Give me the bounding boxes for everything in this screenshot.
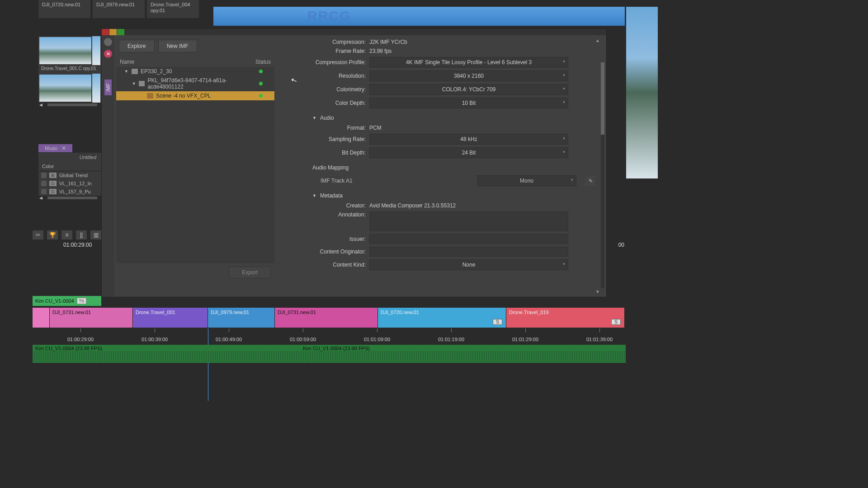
tree-empty-area <box>116 100 274 263</box>
checkbox[interactable] <box>41 173 47 178</box>
collapse-down-icon[interactable]: ▼ <box>595 289 600 294</box>
column-status[interactable]: Status <box>255 59 271 65</box>
status-ok-icon <box>259 70 263 73</box>
timeline-source-clip[interactable]: Kim CU_V1-0004 TS <box>33 296 101 306</box>
value-audioformat: PCM <box>369 125 382 131</box>
label-contentkind: Content Kind: <box>290 262 369 268</box>
label-originator: Content Originator: <box>290 249 369 255</box>
scrollbar-horizontal[interactable]: ◀ <box>38 103 102 107</box>
list-item[interactable]: ⊞Global Trend <box>38 171 102 179</box>
tree-row-folder[interactable]: ▼ EP330_2_30 <box>116 67 274 76</box>
label-bitdepth: Bit Depth: <box>290 150 369 156</box>
select-colorimetry[interactable]: COLOR.4: YCbCr 709 <box>369 84 568 95</box>
disclosure-icon[interactable]: ▼ <box>132 81 136 86</box>
scrollbar-horizontal[interactable]: ◀ <box>38 196 102 200</box>
label-samplingrate: Sampling Rate: <box>290 136 369 142</box>
cancel-icon[interactable]: ✕ <box>104 50 112 58</box>
tool-button[interactable]: ][ <box>76 230 87 239</box>
disclosure-icon[interactable]: ▼ <box>312 193 316 198</box>
untitled-label: Untitled <box>76 154 100 161</box>
timecode-display: 00 <box>618 242 624 248</box>
tool-button[interactable]: ✂ <box>33 230 43 239</box>
select-bitdepth[interactable]: 24 Bit <box>369 147 568 158</box>
clip-label: Drone.Travel_001.C opy.01 <box>38 65 102 72</box>
clip-browser: Drone.Travel_001.C opy.01 ◀ <box>38 36 102 107</box>
bin-item[interactable]: Drone.Travel_004 opy.01 <box>147 0 199 18</box>
viewer-top <box>213 7 625 26</box>
dialog-right-pane: ▲ Compression: J2K IMF YCrCb Frame Rate:… <box>276 35 606 297</box>
select-track-a1[interactable]: Mono <box>477 175 576 186</box>
disclosure-icon[interactable]: ▼ <box>124 69 129 74</box>
window-minimize-button[interactable] <box>109 29 117 35</box>
input-issuer[interactable] <box>369 234 568 244</box>
scroll-left-icon[interactable]: ◀ <box>38 103 43 107</box>
checkbox[interactable] <box>41 181 47 186</box>
window-maximize-button[interactable] <box>117 29 124 35</box>
input-annotation[interactable] <box>369 211 568 231</box>
select-resolution[interactable]: 3840 x 2160 <box>369 70 568 81</box>
disclosure-icon[interactable]: ▼ <box>312 116 316 120</box>
label-profile: Compression Profile: <box>290 59 369 66</box>
timecode-label: 01:00:59:00 <box>290 337 316 342</box>
tab-music[interactable]: Music ✕ <box>38 144 72 152</box>
timeline-clip[interactable]: Drone.Travel_019S <box>506 308 625 328</box>
label-resolution: Resolution: <box>290 73 369 79</box>
tool-button[interactable]: ≡ <box>61 230 72 239</box>
tree-row-cpl[interactable]: Scene -4 no VFX_CPL <box>116 91 274 100</box>
input-originator[interactable] <box>369 247 568 257</box>
label-framerate: Frame Rate: <box>290 48 369 54</box>
timecode-label: 01:01:09:00 <box>364 337 390 342</box>
value-framerate: 23.98 fps <box>369 48 392 54</box>
timeline-audio-clip[interactable]: Kim CU_V1-0004 (23.98 FPS) <box>33 345 299 363</box>
clip-icon: ⊞ <box>49 173 57 178</box>
timeline-audio-clip[interactable]: Kim CU_V1-0004 (23.98 FPS) <box>300 345 472 363</box>
timeline-clip[interactable]: DJI_0979.new.01 <box>208 308 275 328</box>
select-profile[interactable]: 4K IMF Single Tile Lossy Profile - Level… <box>369 57 568 68</box>
label-colorimetry: Colorimetry: <box>290 86 369 93</box>
scrollbar-vertical[interactable] <box>601 62 604 288</box>
dialog-titlebar[interactable] <box>102 29 606 35</box>
collapse-up-icon[interactable]: ▲ <box>595 38 600 43</box>
clip-thumbnail[interactable] <box>39 75 91 102</box>
timeline-clip[interactable]: DJI_0731.new.01 <box>275 308 378 328</box>
target-icon[interactable] <box>104 38 112 46</box>
select-contentkind[interactable]: None <box>369 259 568 270</box>
checkbox[interactable] <box>41 189 47 194</box>
column-name[interactable]: Name <box>120 59 255 65</box>
timeline-ruler[interactable]: 01:00:29:0001:00:39:0001:00:49:0001:00:5… <box>33 328 626 345</box>
explore-button[interactable]: Explore <box>119 40 155 52</box>
tool-button[interactable]: 🏆 <box>47 230 58 239</box>
select-samplingrate[interactable]: 48 kHz <box>369 134 568 145</box>
timecode-label: 01:00:29:00 <box>67 337 94 342</box>
bin-item[interactable]: DJI_0720.new.01 <box>38 0 90 18</box>
cpl-icon <box>147 93 153 99</box>
select-colordepth[interactable]: 10 Bit <box>369 98 568 108</box>
playhead[interactable] <box>208 328 208 401</box>
close-icon[interactable]: ✕ <box>61 145 66 151</box>
document-icon <box>139 81 145 86</box>
timeline-clip[interactable] <box>33 308 50 328</box>
timeline-clip[interactable]: DJI_0731.new.01 <box>50 308 133 328</box>
list-item[interactable]: ⊡VL_161_12_In <box>38 179 102 188</box>
list-item[interactable]: ⊡VL_157_9_Pu <box>38 188 102 196</box>
clip-thumbnail[interactable] <box>39 37 91 64</box>
timeline-video-track[interactable]: DJI_0731.new.01Drone.Travel_001DJI_0979.… <box>33 308 626 328</box>
timecode-display: 01:00:29:00 <box>63 242 92 248</box>
timeline-clip[interactable]: DJI_0720.new.01S <box>378 308 506 328</box>
scroll-left-icon[interactable]: ◀ <box>38 196 43 200</box>
timecode-label: 01:01:39:00 <box>586 337 613 342</box>
column-header[interactable]: Color <box>38 162 102 171</box>
label-track-a1: IMF Track A1 <box>321 178 353 184</box>
window-close-button[interactable] <box>102 29 109 35</box>
tree-row-pkl[interactable]: ▼ PKL_94f7d6e3-8407-4714-a61a-acde480011… <box>116 76 274 91</box>
section-metadata[interactable]: ▼Metadata <box>312 192 595 199</box>
section-audiomapping: Audio Mapping <box>312 164 595 171</box>
section-audio[interactable]: ▼Audio <box>312 115 595 121</box>
timeline-clip[interactable]: Drone.Travel_001 <box>133 308 208 328</box>
tool-button[interactable]: ▥ <box>90 230 101 239</box>
timeline-audio-track[interactable]: Kim CU_V1-0004 (23.98 FPS)Kim CU_V1-0004… <box>33 345 626 363</box>
export-button[interactable]: Export <box>229 267 271 278</box>
new-imf-button[interactable]: New IMF <box>158 40 197 52</box>
bin-item[interactable]: DJI_0979.new.01 <box>93 0 145 18</box>
edit-mapping-button[interactable]: ✎ <box>585 176 595 186</box>
